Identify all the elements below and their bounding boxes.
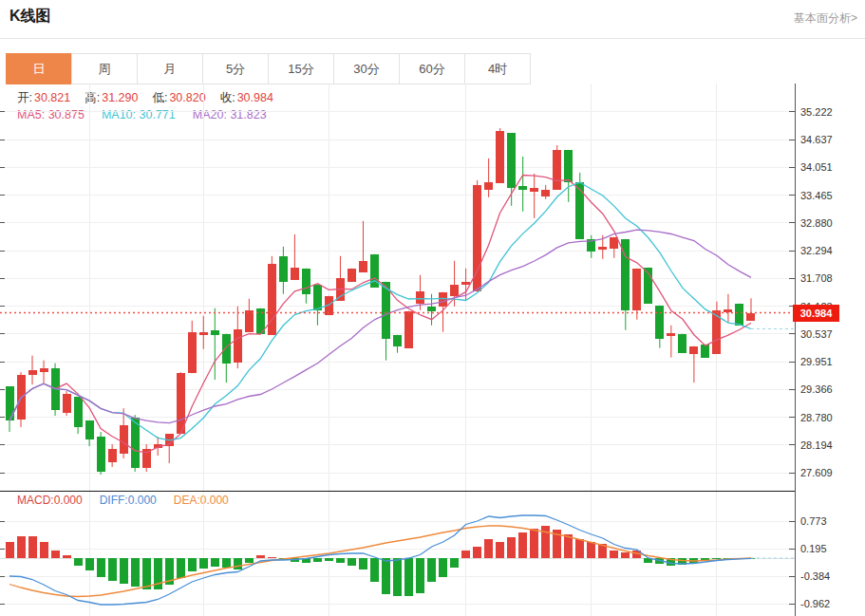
axis-label: 33.465 bbox=[800, 189, 859, 202]
header-divider bbox=[0, 38, 865, 39]
candlestick-chart[interactable] bbox=[0, 84, 796, 616]
tab-week[interactable]: 周 bbox=[71, 53, 138, 84]
axis-label: 29.951 bbox=[800, 355, 859, 368]
axis-label: 28.194 bbox=[800, 439, 859, 452]
axis-label: 29.366 bbox=[800, 383, 859, 396]
axis-label: 28.780 bbox=[800, 411, 859, 424]
axis-label: 32.880 bbox=[800, 216, 859, 230]
fundamental-analysis-link[interactable]: 基本面分析> bbox=[794, 10, 857, 27]
axis-label: 0.195 bbox=[800, 542, 859, 555]
axis-label: 31.708 bbox=[800, 271, 859, 285]
tab-5min[interactable]: 5分 bbox=[202, 53, 269, 84]
axis-label: 34.637 bbox=[800, 133, 859, 146]
axis-label: 0.773 bbox=[800, 514, 859, 528]
current-price-tag: 30.984 bbox=[793, 305, 839, 322]
tab-day[interactable]: 日 bbox=[6, 53, 72, 84]
axis-label: 34.051 bbox=[800, 160, 859, 174]
axis-label: 27.609 bbox=[800, 466, 859, 479]
tab-60min[interactable]: 60分 bbox=[399, 53, 465, 84]
axis-label: 30.537 bbox=[800, 327, 859, 341]
tab-15min[interactable]: 15分 bbox=[268, 53, 334, 84]
tab-4hour[interactable]: 4时 bbox=[464, 53, 531, 84]
kline-chart-widget: K线图 基本面分析> 日 周 月 5分 15分 30分 60分 4时 开:30.… bbox=[0, 0, 865, 616]
page-title: K线图 bbox=[9, 7, 51, 27]
tab-30min[interactable]: 30分 bbox=[333, 53, 400, 84]
axis-label: 32.294 bbox=[800, 244, 859, 257]
axis-label: -0.384 bbox=[800, 569, 859, 583]
axis-label: 35.222 bbox=[800, 105, 859, 119]
period-tab-bar: 日 周 月 5分 15分 30分 60分 4时 bbox=[7, 53, 531, 84]
tab-month[interactable]: 月 bbox=[137, 53, 203, 84]
axis-label: -0.962 bbox=[800, 597, 859, 610]
